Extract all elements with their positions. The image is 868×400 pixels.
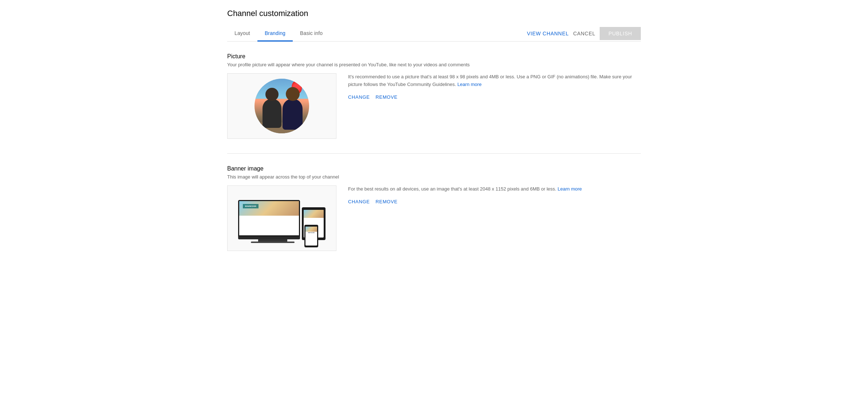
banner-preview-container: MAHNOZAIN	[227, 185, 336, 251]
tab-branding[interactable]: Branding	[257, 26, 293, 42]
picture-action-buttons: CHANGE REMOVE	[348, 94, 641, 100]
laptop-foot	[251, 242, 295, 243]
top-bar: Layout Branding Basic info VIEW CHANNEL …	[227, 26, 641, 42]
banner-section-title: Banner image	[227, 165, 641, 172]
picture-learn-more-link[interactable]: Learn more	[457, 82, 481, 87]
devices-mockup: MAHNOZAIN	[238, 189, 326, 247]
page-container: Channel customization Layout Branding Ba…	[216, 0, 652, 274]
picture-section-description: Your profile picture will appear where y…	[227, 62, 641, 67]
picture-section: Picture Your profile picture will appear…	[227, 53, 641, 139]
cancel-button[interactable]: CANCEL	[573, 31, 595, 36]
top-actions: VIEW CHANNEL CANCEL PUBLISH	[527, 27, 641, 40]
laptop-banner-channel-name: MAHNOZAIN	[243, 204, 259, 208]
picture-change-button[interactable]: CHANGE	[348, 94, 370, 100]
banner-change-button[interactable]: CHANGE	[348, 199, 370, 204]
picture-section-title: Picture	[227, 53, 641, 60]
picture-section-content: It's recommended to use a picture that's…	[227, 73, 641, 139]
view-channel-button[interactable]: VIEW CHANNEL	[527, 31, 569, 36]
banner-section-content: MAHNOZAIN	[227, 185, 641, 251]
laptop-screen: MAHNOZAIN	[238, 200, 300, 236]
banner-action-buttons: CHANGE REMOVE	[348, 199, 641, 204]
tablet-banner-image	[304, 210, 324, 218]
tab-layout[interactable]: Layout	[227, 26, 257, 42]
page-title: Channel customization	[227, 9, 641, 18]
person-right-silhouette	[283, 99, 303, 130]
picture-remove-button[interactable]: REMOVE	[376, 94, 398, 100]
laptop-banner-image: MAHNOZAIN	[239, 201, 299, 216]
banner-section-description: This image will appear across the top of…	[227, 174, 641, 180]
laptop-base	[238, 236, 300, 239]
phone-mockup: MAHNOZAIN	[304, 225, 318, 247]
picture-preview-container	[227, 73, 336, 139]
banner-info-text: For the best results on all devices, use…	[348, 185, 641, 193]
profile-picture	[255, 79, 309, 133]
phone-channel-name: MAHNOZAIN	[305, 232, 317, 234]
tab-basic-info[interactable]: Basic info	[293, 26, 330, 42]
picture-info-text: It's recommended to use a picture that's…	[348, 73, 641, 89]
tabs-nav: Layout Branding Basic info	[227, 26, 330, 41]
banner-learn-more-link[interactable]: Learn more	[558, 186, 582, 192]
laptop-mockup: MAHNOZAIN	[238, 200, 307, 247]
phone-screen: MAHNOZAIN	[305, 227, 317, 246]
publish-button[interactable]: PUBLISH	[600, 27, 641, 40]
banner-section: Banner image This image will appear acro…	[227, 165, 641, 251]
person-left-silhouette	[263, 99, 281, 128]
phone-banner-image	[305, 227, 317, 232]
banner-remove-button[interactable]: REMOVE	[376, 199, 398, 204]
banner-info-block: For the best results on all devices, use…	[348, 185, 641, 204]
picture-info-block: It's recommended to use a picture that's…	[348, 73, 641, 100]
section-divider	[227, 153, 641, 154]
